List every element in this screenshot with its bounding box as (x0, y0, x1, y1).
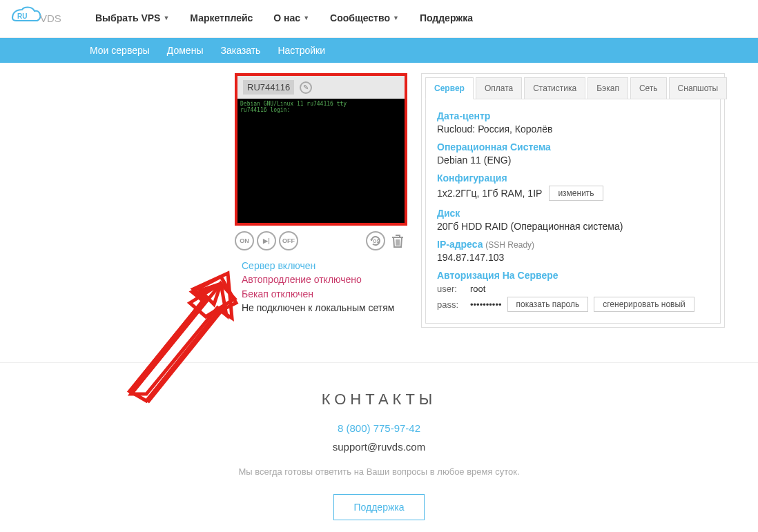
disk-heading: Диск (437, 208, 709, 219)
tab-backup[interactable]: Бэкап (587, 77, 628, 99)
svg-text:OS: OS (373, 239, 380, 244)
support-button[interactable]: Поддержка (333, 494, 424, 520)
config-value: 1x2.2ГГц, 1Гб RAM, 1IP (437, 188, 542, 199)
tab-content: Дата-центр Rucloud: Россия, Королёв Опер… (425, 99, 721, 324)
contact-note: Мы всегда готовы ответить на Ваши вопрос… (0, 466, 758, 477)
chevron-down-icon: ▼ (163, 14, 169, 21)
subnav-domains[interactable]: Домены (167, 45, 204, 56)
tab-stats[interactable]: Статистика (524, 77, 585, 99)
primary-nav: Выбрать VPS▼ Маркетплейс О нас▼ Сообщест… (95, 12, 473, 23)
show-password-button[interactable]: показать пароль (507, 297, 589, 312)
status-lan: Не подключен к локальным сетям (242, 301, 400, 315)
nav-support[interactable]: Поддержка (420, 12, 473, 23)
os-value: Debian 11 (ENG) (437, 155, 709, 166)
auth-heading: Авторизация На Сервере (437, 270, 709, 281)
server-id-badge: RU744116 (243, 80, 294, 95)
pass-label: pass: (437, 299, 465, 310)
power-off-button[interactable]: OFF (279, 231, 298, 250)
user-label: user: (437, 284, 465, 294)
tab-server[interactable]: Сервер (425, 77, 474, 99)
footer: КОНТАКТЫ 8 (800) 775-97-42 support@ruvds… (0, 362, 758, 532)
edit-icon[interactable]: ✎ (300, 81, 312, 94)
status-power: Сервер включен (242, 259, 400, 273)
console-frame: RU744116 ✎ Debian GNU/Linux 11 ru744116 … (235, 73, 407, 226)
contacts-heading: КОНТАКТЫ (0, 391, 758, 408)
nav-about[interactable]: О нас▼ (273, 12, 309, 23)
sub-nav: Мои серверы Домены Заказать Настройки (0, 38, 758, 63)
vnc-console[interactable]: Debian GNU/Linux 11 ru744116 tty ru74411… (237, 99, 405, 223)
top-nav: RU VDS Выбрать VPS▼ Маркетплейс О нас▼ С… (0, 0, 758, 38)
restart-button[interactable]: ▶| (257, 231, 276, 250)
power-on-button[interactable]: ON (235, 231, 254, 250)
tab-network[interactable]: Сеть (630, 77, 667, 99)
subnav-servers[interactable]: Мои серверы (90, 45, 150, 56)
chevron-down-icon: ▼ (303, 14, 309, 21)
dc-value: Rucloud: Россия, Королёв (437, 124, 709, 135)
contact-email[interactable]: support@ruvds.com (0, 441, 758, 453)
chevron-down-icon: ▼ (393, 14, 399, 21)
ip-value: 194.87.147.103 (437, 252, 709, 263)
contact-phone[interactable]: 8 (800) 775-97-42 (0, 422, 758, 434)
config-heading: Конфигурация (437, 173, 709, 184)
status-autorenew: Автопродление отключено (242, 273, 400, 286)
svg-text:RU: RU (17, 12, 27, 20)
details-panel: Сервер Оплата Статистика Бэкап Сеть Снап… (421, 73, 725, 328)
user-value: root (470, 284, 485, 294)
logo[interactable]: RU VDS (7, 6, 61, 30)
subnav-order[interactable]: Заказать (220, 45, 260, 56)
svg-text:VDS: VDS (40, 12, 61, 24)
tab-snapshots[interactable]: Снапшоты (669, 77, 728, 99)
pass-value: •••••••••• (470, 299, 502, 310)
ssh-ready-label: (SSH Ready) (485, 240, 534, 250)
change-config-button[interactable]: изменить (549, 186, 603, 201)
subnav-settings[interactable]: Настройки (278, 45, 325, 56)
generate-password-button[interactable]: сгенерировать новый (594, 297, 694, 312)
nav-vps[interactable]: Выбрать VPS▼ (95, 12, 169, 23)
svg-marker-3 (190, 284, 235, 317)
reinstall-os-button[interactable]: OS (366, 231, 385, 250)
dc-heading: Дата-центр (437, 110, 709, 121)
os-heading: Операционная Система (437, 141, 709, 152)
ip-heading: IP-адреса (SSH Ready) (437, 239, 709, 250)
nav-community[interactable]: Сообщество▼ (330, 12, 399, 23)
server-status: Сервер включен Автопродление отключено Б… (235, 256, 407, 317)
nav-marketplace[interactable]: Маркетплейс (190, 12, 253, 23)
delete-button[interactable] (388, 231, 407, 250)
tab-payment[interactable]: Оплата (476, 77, 522, 99)
status-backup: Бекап отключен (242, 287, 400, 301)
server-card: RU744116 ✎ Debian GNU/Linux 11 ru744116 … (235, 73, 407, 328)
disk-value: 20Гб HDD RAID (Операционная система) (437, 221, 709, 232)
tabs: Сервер Оплата Статистика Бэкап Сеть Снап… (425, 77, 721, 99)
server-controls: ON ▶| OFF OS (235, 226, 407, 256)
